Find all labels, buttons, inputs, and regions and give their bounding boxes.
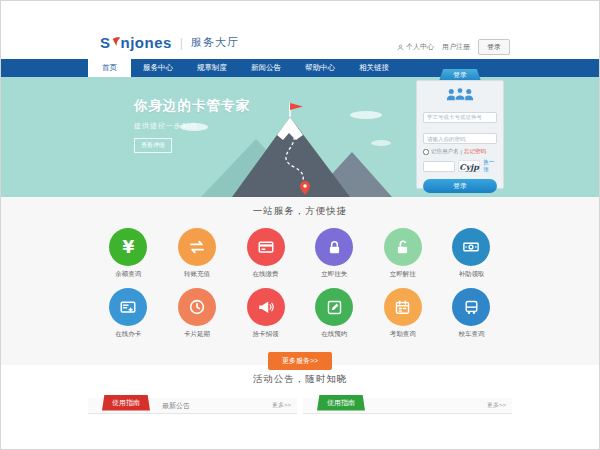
service-online-booking[interactable]: 在线预约	[300, 288, 369, 339]
login-form: 记住用户名 | 忘记密码 Cyjp 换一张 登录	[416, 80, 504, 189]
service-label: 余额查询	[94, 270, 163, 279]
calendar-icon	[384, 288, 422, 326]
nav-item-links[interactable]: 相关链接	[347, 59, 401, 77]
banknote-icon	[452, 228, 490, 266]
clock-icon	[178, 288, 216, 326]
service-attendance[interactable]: 考勤查询	[369, 288, 438, 339]
nav-item-regulations[interactable]: 规章制度	[185, 59, 239, 77]
hero-cta-button[interactable]: 查看详情	[134, 138, 172, 153]
new-card-icon	[109, 288, 147, 326]
portal-page: S njones | 服务大厅 个人中心 用户注册	[0, 0, 600, 450]
service-balance[interactable]: ¥ 余额查询	[94, 228, 163, 279]
logo-link[interactable]: S njones | 服务大厅	[100, 34, 239, 51]
service-label: 拾卡招领	[231, 330, 300, 339]
megaphone-icon	[247, 288, 285, 326]
service-card-extension[interactable]: 卡片延期	[163, 288, 232, 339]
announcements-section: 活动公告，随时知晓 使用指南 最新公告 更多>> 使用指南 更多>>	[1, 365, 599, 414]
services-grid: ¥ 余额查询 转账充值	[88, 218, 512, 348]
services-section: 一站服务，方便快捷 ¥ 余额查询 转账充值	[1, 197, 599, 365]
service-label: 立即解挂	[369, 270, 438, 279]
logo-text-prefix: S	[100, 34, 111, 51]
header-actions: 个人中心 用户注册 登录	[397, 39, 510, 55]
remember-checkbox[interactable]	[423, 149, 429, 155]
guide-panel-right: 使用指南 更多>>	[303, 398, 512, 414]
service-unfreeze[interactable]: 立即解挂	[369, 228, 438, 279]
separator: |	[461, 149, 462, 155]
person-icon	[397, 44, 404, 51]
unlock-icon	[384, 228, 422, 266]
header-login-button[interactable]: 登录	[478, 39, 510, 55]
captcha-input[interactable]	[423, 161, 455, 172]
service-new-card[interactable]: 在线办卡	[94, 288, 163, 339]
lock-icon	[315, 228, 353, 266]
yen-icon: ¥	[109, 228, 147, 266]
login-submit-button[interactable]: 登录	[423, 179, 497, 193]
service-label: 补助领取	[437, 270, 506, 279]
captcha-refresh-link[interactable]: 换一张	[483, 159, 497, 173]
nav-item-news[interactable]: 新闻公告	[239, 59, 293, 77]
hero-copy: 你身边的卡管专家 提供捷径一步到位 查看详情	[134, 97, 250, 153]
personal-center-link[interactable]: 个人中心	[397, 42, 434, 52]
personal-center-label: 个人中心	[406, 42, 434, 52]
transfer-icon	[178, 228, 216, 266]
main-nav: 首页 服务中心 规章制度 新闻公告 帮助中心 相关链接	[1, 59, 599, 77]
services-title: 一站服务，方便快捷	[88, 197, 512, 218]
panel-tabs: 使用指南 最新公告 更多>>	[88, 398, 297, 414]
register-link[interactable]: 用户注册	[442, 42, 470, 52]
users-icon	[423, 87, 497, 101]
hero-subtitle: 提供捷径一步到位	[134, 121, 250, 131]
card-pay-icon	[247, 228, 285, 266]
bus-icon	[452, 288, 490, 326]
password-input[interactable]	[423, 133, 497, 144]
logo-text-suffix: njones	[121, 34, 172, 51]
portal-title: 服务大厅	[191, 35, 239, 50]
tab-latest-news[interactable]: 最新公告	[162, 401, 190, 411]
username-input[interactable]	[423, 112, 497, 123]
announcements-title: 活动公告，随时知晓	[88, 365, 512, 386]
nav-item-service-center[interactable]: 服务中心	[131, 59, 185, 77]
service-transfer[interactable]: 转账充值	[163, 228, 232, 279]
service-school-bus[interactable]: 校车查询	[437, 288, 506, 339]
service-label: 卡片延期	[163, 330, 232, 339]
more-link[interactable]: 更多>>	[487, 401, 506, 410]
tab-usage-guide[interactable]: 使用指南	[317, 395, 365, 411]
logo-divider: |	[180, 36, 183, 50]
captcha-image[interactable]: Cyjp	[458, 160, 480, 172]
service-label: 校车查询	[437, 330, 506, 339]
register-label: 用户注册	[442, 42, 470, 52]
edit-icon	[315, 288, 353, 326]
service-online-payment[interactable]: 在线缴费	[231, 228, 300, 279]
service-label: 考勤查询	[369, 330, 438, 339]
logo-swoosh-icon	[112, 36, 121, 47]
guide-panel-left: 使用指南 最新公告 更多>>	[88, 398, 297, 414]
yen-glyph: ¥	[122, 237, 134, 257]
service-subsidy[interactable]: 补助领取	[437, 228, 506, 279]
nav-item-help-center[interactable]: 帮助中心	[293, 59, 347, 77]
panel-tabs: 使用指南 更多>>	[303, 398, 512, 414]
forgot-password-link[interactable]: 忘记密码	[464, 148, 486, 155]
service-label: 立即挂失	[300, 270, 369, 279]
hero-title: 你身边的卡管专家	[134, 97, 250, 115]
service-label: 在线缴费	[231, 270, 300, 279]
nav-item-home[interactable]: 首页	[88, 59, 131, 77]
service-label: 转账充值	[163, 270, 232, 279]
service-label: 在线办卡	[94, 330, 163, 339]
service-lost-found[interactable]: 拾卡招领	[231, 288, 300, 339]
service-report-loss[interactable]: 立即挂失	[300, 228, 369, 279]
service-label: 在线预约	[300, 330, 369, 339]
hero-banner: 你身边的卡管专家 提供捷径一步到位 查看详情 登录	[1, 77, 599, 197]
more-link[interactable]: 更多>>	[272, 401, 291, 410]
login-panel: 登录	[416, 69, 504, 189]
header: S njones | 服务大厅 个人中心 用户注册	[1, 1, 599, 59]
remember-label: 记住用户名	[431, 148, 459, 155]
tab-usage-guide[interactable]: 使用指南	[102, 395, 150, 411]
